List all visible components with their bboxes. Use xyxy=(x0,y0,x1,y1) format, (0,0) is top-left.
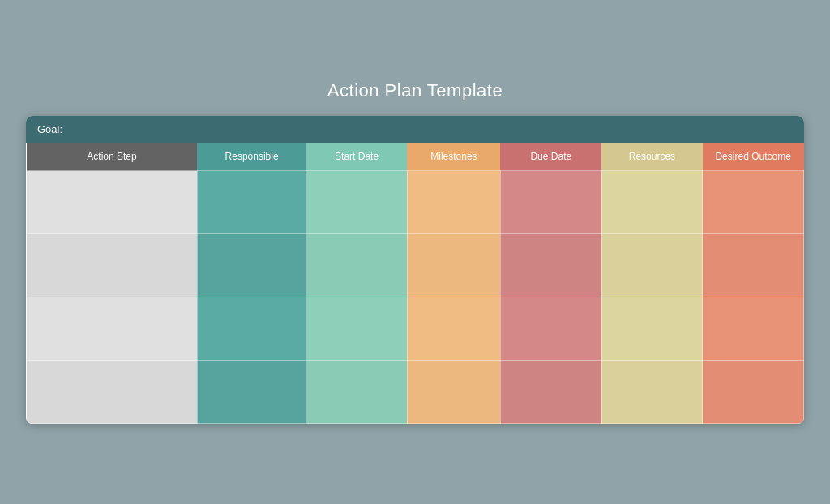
cell-duedate-3[interactable] xyxy=(500,297,601,361)
action-plan-table: Action StepResponsibleStart DateMileston… xyxy=(26,143,804,424)
header-outcome: Desired Outcome xyxy=(703,143,804,171)
table-container: Goal: Action StepResponsibleStart DateMi… xyxy=(26,116,804,424)
header-responsible: Responsible xyxy=(197,143,306,171)
cell-action-2[interactable] xyxy=(27,234,198,297)
cell-resources-4[interactable] xyxy=(601,361,703,424)
cell-resources-1[interactable] xyxy=(601,171,703,234)
page-title: Action Plan Template xyxy=(327,80,503,101)
table-row xyxy=(27,171,804,234)
table-row xyxy=(27,361,804,424)
header-resources: Resources xyxy=(601,143,703,171)
table-row xyxy=(27,297,804,361)
goal-bar: Goal: xyxy=(26,116,804,143)
table-row xyxy=(27,234,804,297)
header-milestones: Milestones xyxy=(407,143,500,171)
header-row: Action StepResponsibleStart DateMileston… xyxy=(27,143,804,171)
cell-duedate-1[interactable] xyxy=(500,171,601,234)
cell-startdate-4[interactable] xyxy=(306,361,408,424)
cell-milestones-4[interactable] xyxy=(407,361,500,424)
header-duedate: Due Date xyxy=(500,143,601,171)
cell-action-1[interactable] xyxy=(27,171,198,234)
cell-responsible-3[interactable] xyxy=(197,297,306,361)
cell-outcome-4[interactable] xyxy=(703,361,804,424)
header-action: Action Step xyxy=(27,143,198,171)
cell-outcome-1[interactable] xyxy=(703,171,804,234)
cell-resources-2[interactable] xyxy=(601,234,703,297)
cell-startdate-2[interactable] xyxy=(306,234,408,297)
cell-outcome-2[interactable] xyxy=(703,234,804,297)
cell-action-4[interactable] xyxy=(27,361,198,424)
cell-milestones-3[interactable] xyxy=(407,297,500,361)
cell-resources-3[interactable] xyxy=(601,297,703,361)
goal-label: Goal: xyxy=(37,123,62,135)
page-wrapper: Action Plan Template Goal: Action StepRe… xyxy=(26,80,804,424)
cell-startdate-1[interactable] xyxy=(306,171,408,234)
header-startdate: Start Date xyxy=(306,143,408,171)
cell-outcome-3[interactable] xyxy=(703,297,804,361)
cell-responsible-1[interactable] xyxy=(197,171,306,234)
cell-responsible-2[interactable] xyxy=(197,234,306,297)
cell-action-3[interactable] xyxy=(27,297,198,361)
cell-responsible-4[interactable] xyxy=(197,361,306,424)
cell-startdate-3[interactable] xyxy=(306,297,408,361)
cell-duedate-2[interactable] xyxy=(500,234,601,297)
cell-milestones-2[interactable] xyxy=(407,234,500,297)
cell-duedate-4[interactable] xyxy=(500,361,601,424)
cell-milestones-1[interactable] xyxy=(407,171,500,234)
